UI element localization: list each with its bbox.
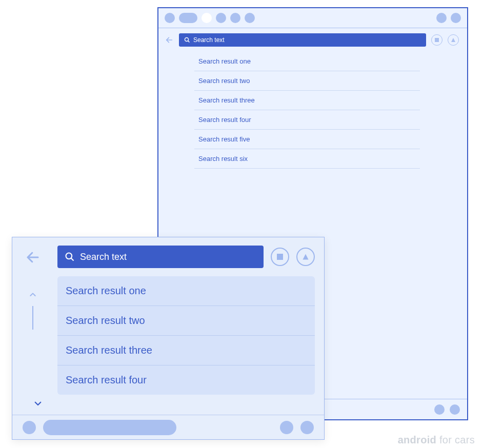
branding-light: for cars xyxy=(436,434,475,445)
svg-line-7 xyxy=(71,258,74,261)
nav-dot-icon[interactable] xyxy=(450,404,460,415)
list-item[interactable]: Search result six xyxy=(194,149,420,168)
stop-button[interactable] xyxy=(431,34,442,46)
search-input[interactable]: Search text xyxy=(179,33,426,47)
chevron-up-icon[interactable] xyxy=(28,290,38,300)
search-icon xyxy=(65,252,75,262)
nav-dot-icon[interactable] xyxy=(434,404,445,415)
stop-button[interactable] xyxy=(271,248,289,266)
branding-bold: android xyxy=(398,434,436,445)
search-input[interactable]: Search text xyxy=(57,246,264,268)
window-large: Search text Search result one Search res… xyxy=(12,237,325,440)
tab-dot-icon[interactable] xyxy=(165,13,175,23)
tab-dot-icon[interactable] xyxy=(230,13,240,23)
up-button[interactable] xyxy=(448,34,459,46)
list-item[interactable]: Search result one xyxy=(57,276,315,306)
search-toolbar: Search text xyxy=(158,28,467,50)
list-item[interactable]: Search result three xyxy=(57,335,315,365)
svg-rect-8 xyxy=(277,254,283,260)
list-item[interactable]: Search result two xyxy=(57,306,315,335)
results-list: Search result one Search result two Sear… xyxy=(57,276,315,395)
scroll-indicator xyxy=(28,290,38,330)
svg-marker-9 xyxy=(303,254,308,259)
nav-dot-icon[interactable] xyxy=(23,421,36,434)
top-tab-bar xyxy=(158,8,467,28)
tab-dot-icon[interactable] xyxy=(245,13,255,23)
search-toolbar: Search text xyxy=(57,246,315,268)
search-placeholder: Search text xyxy=(193,36,225,44)
nav-dot-icon[interactable] xyxy=(280,421,293,434)
back-arrow-icon[interactable] xyxy=(165,35,174,45)
svg-rect-3 xyxy=(435,38,439,42)
list-item[interactable]: Search result three xyxy=(194,90,420,110)
svg-point-1 xyxy=(185,38,189,42)
bottom-bar xyxy=(12,415,324,439)
list-item[interactable]: Search result one xyxy=(194,52,420,71)
list-item[interactable]: Search result four xyxy=(57,365,315,395)
nav-pill[interactable] xyxy=(43,420,176,435)
list-item[interactable]: Search result five xyxy=(194,129,420,149)
results-list: Search result one Search result two Sear… xyxy=(194,52,420,169)
search-icon xyxy=(184,37,190,43)
tab-dot-active-icon[interactable] xyxy=(202,13,212,23)
svg-marker-4 xyxy=(451,38,455,42)
back-arrow-icon[interactable] xyxy=(24,249,42,266)
up-button[interactable] xyxy=(296,248,315,266)
svg-point-6 xyxy=(66,253,72,259)
nav-dot-icon[interactable] xyxy=(300,421,314,434)
search-placeholder: Search text xyxy=(80,252,127,262)
scroll-track-icon xyxy=(32,306,33,330)
branding-label: android for cars xyxy=(398,434,475,446)
tab-pill[interactable] xyxy=(179,13,197,23)
tab-dot-icon[interactable] xyxy=(216,13,226,23)
list-item[interactable]: Search result two xyxy=(194,71,420,90)
chevron-down-icon[interactable] xyxy=(33,398,43,409)
status-dot-icon xyxy=(451,13,461,23)
svg-line-2 xyxy=(188,41,190,43)
status-dot-icon xyxy=(436,13,447,23)
left-rail xyxy=(12,237,53,415)
list-item[interactable]: Search result four xyxy=(194,110,420,129)
